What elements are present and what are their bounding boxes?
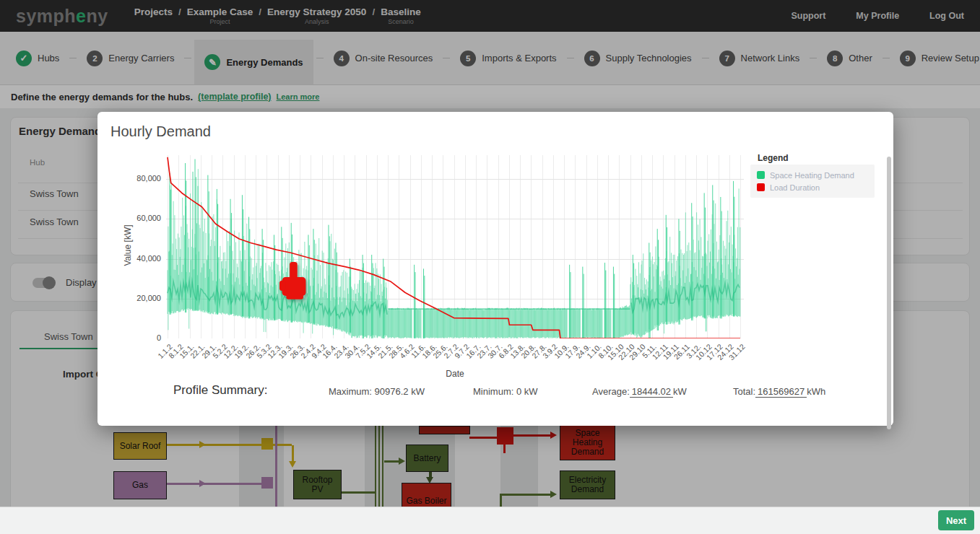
- stat-label: Maximum:: [329, 386, 372, 397]
- cursor-hand-icon: [279, 261, 308, 302]
- stat-unit: kWh: [807, 386, 825, 397]
- stat-label: Minimum:: [473, 386, 513, 397]
- stat-label: Total:: [733, 386, 755, 397]
- modal-title: Hourly Demand: [110, 123, 211, 140]
- hourly-demand-chart[interactable]: [166, 155, 744, 338]
- modal-scrollbar[interactable]: [887, 157, 891, 429]
- legend-box: Space Heating DemandLoad Duration: [750, 165, 875, 198]
- y-tick-label: 80,000: [125, 174, 161, 183]
- stat-value: 0 kW: [516, 386, 538, 397]
- stat-label: Average:: [592, 386, 630, 397]
- y-tick-label: 40,000: [125, 254, 161, 263]
- stat-total: Total:161569627kWh: [733, 386, 825, 397]
- y-tick-label: 20,000: [125, 294, 161, 302]
- stat-value: 18444.02: [630, 386, 673, 398]
- legend-item-space-heating-demand[interactable]: Space Heating Demand: [757, 169, 868, 181]
- stat-value: 90976.2 kW: [375, 386, 425, 397]
- legend-item-label: Load Duration: [770, 183, 820, 192]
- legend-swatch: [757, 171, 765, 179]
- y-tick-label: 0: [125, 333, 161, 342]
- stat-unit: kW: [673, 386, 687, 397]
- profile-summary-label: Profile Summary:: [173, 383, 267, 398]
- legend-item-label: Space Heating Demand: [770, 171, 854, 180]
- legend-title: Legend: [758, 153, 789, 163]
- hourly-demand-modal: Hourly Demand Value [kW] 020,00040,00060…: [97, 112, 893, 426]
- footer-bar: Next: [0, 507, 980, 534]
- stat-average: Average:18444.02kW: [592, 386, 687, 397]
- next-button[interactable]: Next: [938, 510, 974, 530]
- legend-item-load-duration[interactable]: Load Duration: [757, 181, 868, 193]
- x-axis-label: Date: [166, 369, 744, 379]
- stat-minimum: Minimum: 0 kW: [473, 386, 538, 397]
- stat-maximum: Maximum: 90976.2 kW: [329, 386, 425, 397]
- legend-swatch: [757, 183, 765, 191]
- stat-value: 161569627: [755, 386, 807, 398]
- y-tick-label: 60,000: [125, 214, 161, 222]
